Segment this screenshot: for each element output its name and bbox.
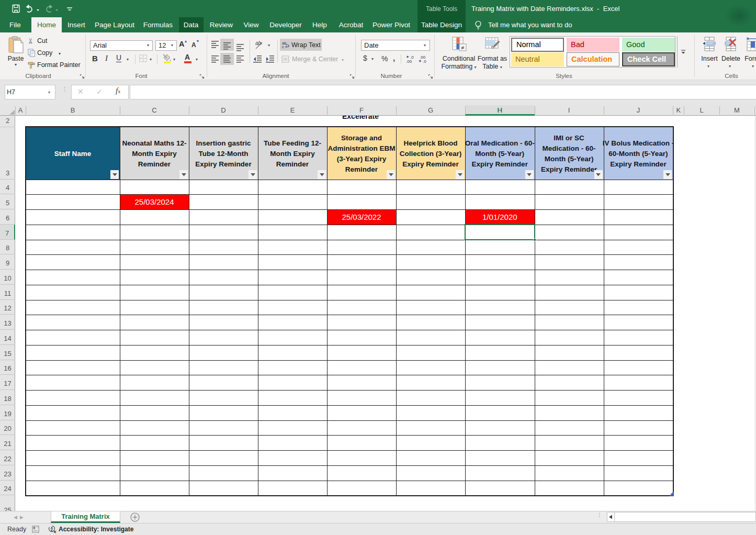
- svg-text:ab: ab: [255, 40, 262, 46]
- svg-text:c: c: [282, 44, 284, 49]
- svg-text:≠: ≠: [461, 44, 464, 51]
- svg-text:.0: .0: [423, 59, 426, 64]
- svg-text:.00: .00: [406, 59, 412, 64]
